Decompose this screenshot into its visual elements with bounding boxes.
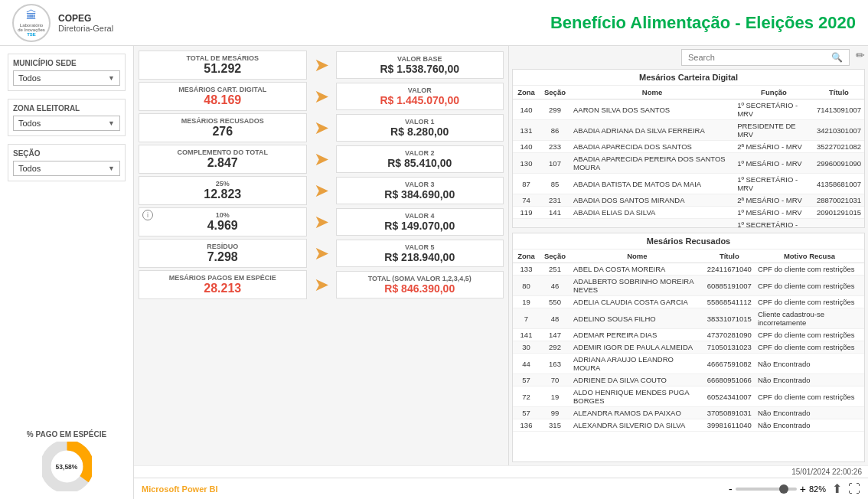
stat-total-soma-value: R$ 846.390,00 — [343, 282, 498, 295]
table-cell: 163 — [540, 354, 570, 374]
table-row: 136315ALEXANDRA SILVERIO DA SILVA3998161… — [513, 419, 864, 432]
footer: Microsoft Power BI - + 82% ⬆ ⛶ — [134, 478, 868, 499]
table-row: 133251ABEL DA COSTA MOREIRA22411671040CP… — [513, 263, 864, 276]
table-cell: 550 — [540, 296, 570, 308]
timestamp: 15/01/2024 22:00:26 — [791, 468, 862, 476]
recusados-title: Mesários Recusados — [513, 233, 864, 250]
search-input[interactable] — [688, 53, 831, 62]
stat-mesarios-cart-value: 48.169 — [145, 93, 300, 107]
table-cell: 30 — [513, 341, 540, 354]
table-cell: 19 — [540, 386, 570, 407]
table-cell: 315 — [540, 419, 570, 432]
th-titulo-2: Título — [704, 250, 755, 263]
table-cell: 133 — [513, 263, 540, 276]
table-cell: 28870021031 — [814, 194, 864, 207]
table-cell: 38331071015 — [704, 308, 755, 329]
stat-residuo-label: RESÍDUO — [145, 243, 300, 250]
table-cell: ADELIA CLAUDIA COSTA GARCIA — [570, 296, 704, 308]
filter-secao-value: Todos — [18, 164, 41, 173]
filter-secao-label: SEÇÃO — [13, 149, 120, 158]
stat-row-6: i 10% 4.969 ➤ VALOR 4 R$ 149.070,00 — [139, 207, 504, 236]
stat-10pct-label: 10% — [145, 211, 300, 219]
table-cell: ABEL DA COSTA MOREIRA — [570, 263, 704, 276]
stat-valor2-label: VALOR 2 — [343, 149, 498, 157]
info-icon[interactable]: i — [142, 210, 153, 220]
zoom-minus-button[interactable]: - — [729, 483, 733, 495]
table-cell: 70 — [540, 374, 570, 386]
table-cell: 46 — [540, 276, 570, 296]
table-cell: CPF do cliente com restrições — [755, 341, 864, 354]
filter-zona-select[interactable]: Todos ▼ — [13, 116, 120, 131]
filter-zona: ZONA ELEITORAL Todos ▼ — [8, 99, 126, 136]
stats-panel: TOTAL DE MESÁRIOS 51.292 ➤ VALOR BASE R$… — [134, 46, 509, 465]
table-row: 119141ABADIA ELIAS DA SILVA1º MESÁRIO - … — [513, 207, 864, 219]
table-cell: ADELINO SOUSA FILHO — [570, 308, 704, 329]
share-icon[interactable]: ⬆ — [832, 481, 842, 496]
table-cell: 251 — [540, 263, 570, 276]
zoom-slider[interactable] — [736, 488, 797, 491]
stat-total-soma-label: TOTAL (SOMA VALOR 1,2,3,4,5) — [343, 275, 498, 282]
table-cell: 1º MESÁRIO - MRV — [734, 207, 814, 219]
table-row: 44163ADRIANA ARAUJO LEANDRO MOURA4666759… — [513, 354, 864, 374]
table-cell: AARON SILVA DOS SANTOS — [570, 99, 734, 120]
table-cell: ADEMIR IGOR DE PAULA ALMEIDA — [570, 341, 704, 354]
table-cell: 60885191007 — [704, 276, 755, 296]
stat-valor1: VALOR 1 R$ 8.280,00 — [336, 114, 504, 142]
stat-valor-base-label: VALOR BASE — [343, 55, 498, 63]
th-secao-2: Seção — [540, 250, 570, 263]
table-cell: 141 — [513, 329, 540, 341]
stat-total-mesarios: TOTAL DE MESÁRIOS 51.292 — [139, 51, 307, 80]
carteira-digital-title: Mesários Carteira Digital — [513, 70, 864, 86]
table-cell: ALEXANDRA SILVERIO DA SILVA — [570, 419, 704, 432]
table-cell: CPF do cliente com restrições — [755, 329, 864, 341]
th-titulo-1: Título — [814, 86, 864, 99]
table-cell: 141 — [540, 207, 570, 219]
arrow-icon-1: ➤ — [309, 54, 334, 76]
filter-zona-label: ZONA ELEITORAL — [13, 104, 120, 113]
pencil-icon[interactable]: ✏ — [856, 49, 865, 66]
carteira-digital-scroll[interactable]: Zona Seção Nome Função Título 140299AARO… — [513, 86, 864, 227]
stat-valor1-value: R$ 8.280,00 — [343, 126, 498, 138]
table-cell: 57 — [513, 374, 540, 386]
table-cell: 26858951090 — [814, 219, 864, 228]
filter-secao-select[interactable]: Todos ▼ — [13, 161, 120, 176]
th-funcao-1: Função — [734, 86, 814, 99]
th-zona-2: Zona — [513, 250, 540, 263]
table-cell: ADRIANA ARAUJO LEANDRO MOURA — [570, 354, 704, 374]
table-cell: 37050891031 — [704, 407, 755, 419]
table-cell: 47370281090 — [704, 329, 755, 341]
carteira-digital-table-container: Mesários Carteira Digital Zona Seção Nom… — [512, 69, 865, 228]
table-cell: 60524341007 — [704, 386, 755, 407]
stat-valor1-label: VALOR 1 — [343, 118, 498, 126]
pie-container: 53,58% — [8, 442, 126, 491]
arrow-icon-2: ➤ — [309, 86, 334, 107]
org-name: COPEG — [58, 13, 113, 24]
filter-municipio-select[interactable]: Todos ▼ — [13, 70, 120, 86]
table-cell: 44 — [513, 354, 540, 374]
table-cell: 29960091090 — [814, 153, 864, 174]
table-cell: 58 — [540, 219, 570, 228]
table-cell: ABADIA ELIAS DA SILVA — [570, 207, 734, 219]
table-cell: 131 — [513, 120, 540, 141]
arrow-icon-8: ➤ — [309, 274, 334, 295]
stat-row-7: RESÍDUO 7.298 ➤ VALOR 5 R$ 218.940,00 — [139, 239, 504, 268]
zoom-handle[interactable] — [779, 484, 788, 494]
page-title: Benefício Alimentação - Eleições 2020 — [550, 13, 856, 33]
table-cell: 87 — [513, 174, 540, 194]
table-cell: 1º SECRETÁRIO - MRV — [734, 174, 814, 194]
table-cell: ALDO HENRIQUE MENDES PUGA BORGES — [570, 386, 704, 407]
table-cell: 46667591082 — [704, 354, 755, 374]
table-cell: 2ª MESÁRIO - MRV — [734, 141, 814, 153]
stat-valor5-value: R$ 218.940,00 — [343, 251, 498, 263]
zoom-plus-button[interactable]: + — [800, 483, 806, 495]
table-cell: 55868541112 — [704, 296, 755, 308]
table-row: 8785ABADIA BATISTA DE MATOS DA MAIA1º SE… — [513, 174, 864, 194]
recusados-scroll[interactable]: Zona Seção Nome Título Motivo Recusa 133… — [513, 250, 864, 461]
table-cell: Não Encontrado — [755, 419, 864, 432]
zoom-level: 82% — [809, 484, 826, 494]
table-row: 7219ALDO HENRIQUE MENDES PUGA BORGES6052… — [513, 386, 864, 407]
header: 🏛 Laboratório de Inovações TSE COPEG Dir… — [0, 0, 868, 46]
logo: 🏛 Laboratório de Inovações TSE — [12, 4, 51, 42]
fullscreen-icon[interactable]: ⛶ — [848, 482, 860, 496]
powerbi-link[interactable]: Microsoft Power BI — [142, 484, 218, 494]
